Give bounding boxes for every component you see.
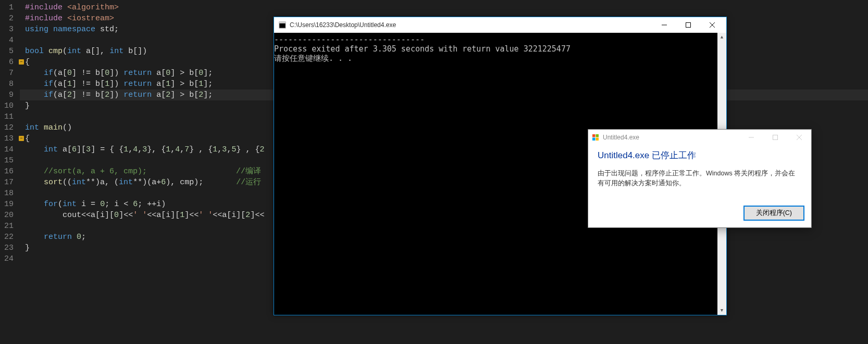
line-number: 6 [4, 57, 14, 68]
maximize-button[interactable] [676, 17, 700, 33]
line-number: 19 [4, 199, 14, 210]
dialog-message: 由于出现问题，程序停止正常工作。Windows 将关闭程序，并会在有可用的解决方… [598, 169, 802, 189]
line-number: 20 [4, 210, 14, 221]
line-number: 24 [4, 253, 14, 264]
svg-rect-6 [592, 134, 596, 137]
scroll-up[interactable]: ▲ [717, 33, 726, 42]
line-number: 10 [4, 100, 14, 111]
dialog-minimize-button [739, 130, 763, 145]
error-dialog[interactable]: Untitled4.exe Untitled4.exe 已停止工作 由于出现问题… [588, 129, 812, 228]
svg-rect-7 [596, 134, 599, 137]
fold-marker[interactable]: − [19, 136, 24, 141]
svg-rect-8 [592, 138, 596, 141]
line-number: 8 [4, 79, 14, 90]
line-number: 18 [4, 188, 14, 199]
line-number-gutter: 123456789101112131415161718192021222324 [0, 0, 20, 344]
line-number: 3 [4, 24, 14, 35]
svg-rect-3 [686, 23, 691, 28]
close-program-button[interactable]: 关闭程序(C) [744, 206, 804, 220]
line-number: 1 [4, 2, 14, 13]
dialog-heading: Untitled4.exe 已停止工作 [598, 149, 802, 161]
console-icon [278, 21, 287, 29]
console-title: C:\Users\16233\Desktop\Untitled4.exe [290, 21, 652, 29]
line-number: 16 [4, 166, 14, 177]
line-number: 15 [4, 155, 14, 166]
line-number: 23 [4, 243, 14, 253]
console-line: -------------------------------- [274, 35, 717, 44]
dialog-title: Untitled4.exe [603, 134, 639, 141]
line-number: 13 [4, 133, 14, 144]
line-number: 12 [4, 122, 14, 133]
dialog-close-button[interactable] [787, 130, 811, 145]
console-line: Process exited after 3.305 seconds with … [274, 44, 717, 54]
line-number: 21 [4, 221, 14, 232]
close-button[interactable] [700, 17, 724, 33]
svg-rect-9 [596, 138, 599, 141]
line-number: 4 [4, 35, 14, 46]
line-number: 5 [4, 46, 14, 57]
minimize-button[interactable] [652, 17, 676, 33]
svg-rect-11 [773, 135, 778, 140]
scroll-down[interactable]: ▼ [717, 306, 726, 315]
line-number: 22 [4, 232, 14, 243]
dialog-titlebar[interactable]: Untitled4.exe [588, 130, 811, 145]
line-number: 2 [4, 13, 14, 24]
svg-rect-1 [279, 22, 286, 23]
dialog-app-icon [591, 133, 600, 142]
console-titlebar[interactable]: C:\Users\16233\Desktop\Untitled4.exe [274, 17, 726, 33]
code-line[interactable]: #include <algorithm> [20, 2, 868, 13]
line-number: 9 [4, 90, 14, 100]
fold-marker[interactable]: − [19, 59, 24, 65]
dialog-maximize-button [763, 130, 787, 145]
line-number: 14 [4, 144, 14, 155]
line-number: 17 [4, 177, 14, 188]
console-line: 请按任意键继续. . . [274, 54, 717, 63]
line-number: 7 [4, 68, 14, 79]
line-number: 11 [4, 111, 14, 122]
